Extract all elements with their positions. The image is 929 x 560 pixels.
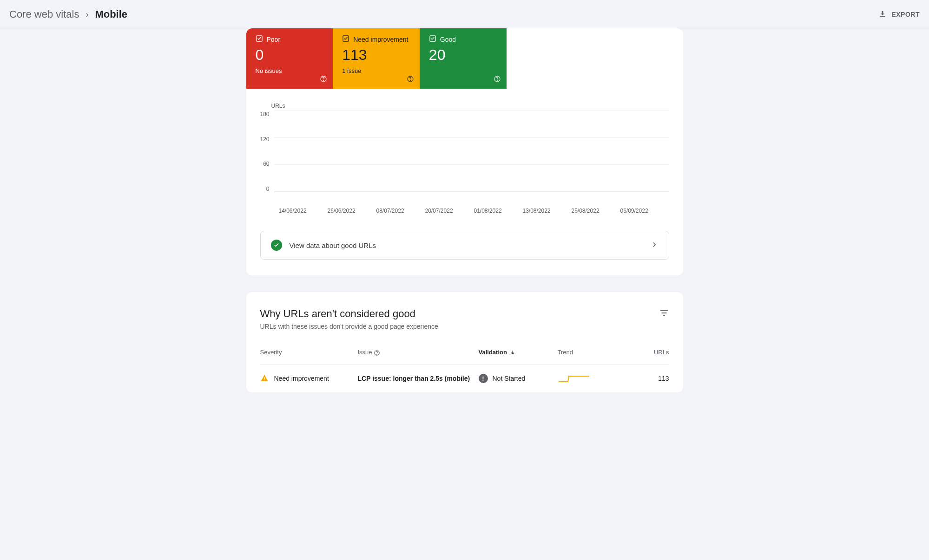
breadcrumb: Core web vitals › Mobile	[9, 8, 127, 20]
breadcrumb-current: Mobile	[95, 8, 127, 20]
tile-poor[interactable]: Poor 0 No issues	[246, 28, 333, 89]
svg-rect-12	[264, 379, 265, 380]
chevron-right-icon	[650, 241, 659, 250]
tile-good-label: Good	[440, 36, 456, 43]
severity-label: Need improvement	[274, 375, 329, 382]
issues-title: Why URLs aren't considered good	[260, 308, 438, 320]
validation-status: Not Started	[493, 375, 526, 382]
issues-subtitle: URLs with these issues don't provide a g…	[260, 323, 438, 330]
col-trend[interactable]: Trend	[558, 349, 627, 356]
col-issue[interactable]: Issue	[358, 349, 474, 356]
svg-point-5	[410, 80, 410, 81]
col-validation[interactable]: Validation	[479, 349, 553, 356]
tile-good-count: 20	[429, 46, 497, 64]
svg-point-8	[497, 80, 497, 81]
tile-need-sub: 1 issue	[342, 67, 410, 74]
tile-good[interactable]: Good 20	[420, 28, 507, 89]
download-icon	[878, 10, 887, 20]
help-icon[interactable]	[320, 75, 327, 84]
filter-button[interactable]	[659, 308, 669, 319]
breadcrumb-root[interactable]: Core web vitals	[9, 8, 79, 20]
issue-url-count: 113	[632, 375, 669, 382]
export-label: EXPORT	[891, 11, 920, 18]
svg-rect-11	[264, 377, 265, 379]
checkbox-icon	[429, 35, 436, 44]
checkbox-icon	[256, 35, 263, 44]
urls-chart: URLs 180120600 14/06/202226/06/202208/07…	[246, 89, 683, 219]
exclamation-circle-icon: !	[479, 374, 488, 383]
issue-row[interactable]: Need improvement LCP issue: longer than …	[260, 365, 669, 392]
checkbox-icon	[342, 35, 349, 44]
tile-poor-label: Poor	[267, 36, 281, 43]
export-button[interactable]: EXPORT	[878, 10, 920, 20]
trend-sparkline	[558, 373, 627, 384]
view-good-urls-label: View data about good URLs	[290, 241, 376, 249]
tile-need-improvement[interactable]: Need improvement 113 1 issue	[333, 28, 420, 89]
help-icon[interactable]	[494, 75, 501, 84]
tile-poor-count: 0	[256, 46, 324, 64]
col-urls[interactable]: URLs	[632, 349, 669, 356]
check-circle-icon	[271, 240, 282, 251]
info-icon[interactable]	[374, 349, 380, 356]
col-severity[interactable]: Severity	[260, 349, 353, 356]
warning-triangle-icon	[260, 374, 269, 384]
chart-x-axis: 14/06/202226/06/202208/07/202220/07/2022…	[279, 208, 669, 214]
svg-point-2	[323, 80, 324, 81]
help-icon[interactable]	[407, 75, 414, 84]
chart-y-axis: 180120600	[260, 111, 274, 192]
svg-point-10	[377, 354, 377, 354]
view-good-urls-link[interactable]: View data about good URLs	[260, 231, 669, 260]
issues-table: Severity Issue Validation Trend URLs Nee…	[260, 349, 669, 392]
issue-name: LCP issue: longer than 2.5s (mobile)	[358, 375, 474, 382]
chart-plot	[274, 111, 669, 192]
tile-need-label: Need improvement	[353, 36, 408, 43]
chevron-right-icon: ›	[86, 10, 88, 20]
tile-need-count: 113	[342, 46, 410, 64]
tile-poor-sub: No issues	[256, 67, 324, 74]
chart-ylabel: URLs	[271, 103, 669, 109]
